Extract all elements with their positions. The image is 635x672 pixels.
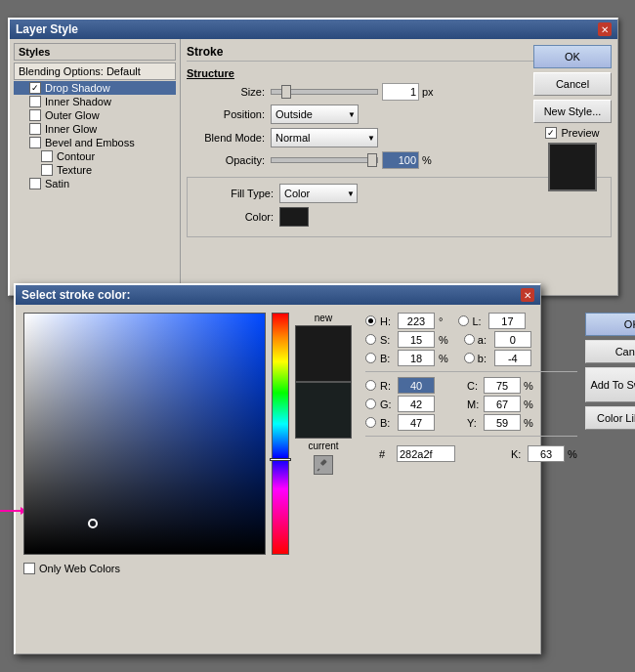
cp-ok-button[interactable]: OK <box>585 313 635 336</box>
preview-checkbox[interactable] <box>545 127 557 139</box>
svg-rect-0 <box>320 459 327 466</box>
blend-mode-arrow: ▼ <box>367 134 375 143</box>
texture-checkbox[interactable] <box>41 164 53 176</box>
opacity-slider[interactable] <box>271 157 378 163</box>
sidebar-item-texture[interactable]: Texture <box>14 163 176 177</box>
r-input[interactable] <box>398 377 435 394</box>
outer-glow-checkbox[interactable] <box>29 109 41 121</box>
color-libraries-button[interactable]: Color Libraries <box>585 406 635 430</box>
new-label: new <box>315 313 332 323</box>
sidebar-item-inner-shadow[interactable]: Inner Shadow <box>14 95 176 108</box>
only-web-colors-checkbox[interactable] <box>23 563 35 574</box>
s-input[interactable] <box>398 331 435 348</box>
sidebar-item-inner-glow[interactable]: Inner Glow <box>14 122 176 136</box>
color-gradient-box[interactable] <box>23 313 266 555</box>
layer-style-window: Layer Style ✕ Styles Blending Options: D… <box>8 18 618 296</box>
sidebar-blending-options[interactable]: Blending Options: Default <box>14 63 176 80</box>
fields-divider2 <box>365 436 577 437</box>
r-radio[interactable] <box>365 380 376 391</box>
size-px: px <box>422 86 434 98</box>
opacity-input[interactable] <box>382 151 419 169</box>
fill-type-label: Fill Type: <box>195 188 274 199</box>
saturation-field-row: S: % a: <box>365 331 577 348</box>
layer-style-sidebar: Styles Blending Options: Default Drop Sh… <box>10 39 181 295</box>
hex-input[interactable] <box>397 445 455 462</box>
y-input[interactable] <box>484 414 521 431</box>
satin-checkbox[interactable] <box>29 178 41 189</box>
k-input[interactable] <box>528 445 565 462</box>
g-radio[interactable] <box>365 399 376 409</box>
b-radio[interactable] <box>365 353 376 363</box>
preview-section: Preview <box>533 127 612 191</box>
l-input[interactable] <box>488 313 526 329</box>
sidebar-styles-header[interactable]: Styles <box>14 43 176 61</box>
drop-shadow-checkbox[interactable] <box>29 82 41 94</box>
only-web-colors-row: Only Web Colors <box>23 563 352 574</box>
only-web-colors-label: Only Web Colors <box>39 563 120 574</box>
blend-mode-dropdown[interactable]: Normal ▼ <box>271 128 378 147</box>
bevel-emboss-checkbox[interactable] <box>29 137 41 148</box>
layer-style-close-button[interactable]: ✕ <box>598 22 612 36</box>
add-to-swatches-button[interactable]: Add To Swatches <box>585 367 635 402</box>
color-picker-titlebar: Select stroke color: ✕ <box>16 285 540 305</box>
c-input[interactable] <box>484 377 521 394</box>
stroke-section-label: Stroke <box>187 45 223 59</box>
brightness-input[interactable] <box>398 350 435 366</box>
pink-arrow <box>0 510 25 512</box>
contour-checkbox[interactable] <box>41 150 53 162</box>
sidebar-item-contour[interactable]: Contour <box>14 149 176 163</box>
h-radio[interactable] <box>365 315 376 326</box>
color-fields-section: H: ° L: S: % a: <box>360 313 577 646</box>
g-input[interactable] <box>398 396 435 412</box>
color-label: Color: <box>195 211 274 223</box>
sidebar-item-drop-shadow[interactable]: Drop Shadow <box>14 81 176 95</box>
position-dropdown[interactable]: Outside ▼ <box>271 105 359 124</box>
color-picker-content: new current Only Web Colors <box>16 305 540 653</box>
color-picker-close-button[interactable]: ✕ <box>521 288 534 302</box>
fill-type-arrow: ▼ <box>347 189 355 198</box>
hue-section <box>272 313 289 555</box>
blue-input[interactable] <box>398 414 435 431</box>
size-input[interactable] <box>382 83 419 101</box>
cancel-button[interactable]: Cancel <box>533 72 612 96</box>
current-color-box[interactable] <box>295 382 352 439</box>
position-label: Position: <box>187 108 265 120</box>
opacity-label: Opacity: <box>187 154 265 166</box>
current-label: current <box>308 441 338 451</box>
s-radio[interactable] <box>365 334 376 345</box>
b2-radio[interactable] <box>464 353 475 363</box>
m-input[interactable] <box>484 396 521 412</box>
hue-field-row: H: ° L: <box>365 313 577 329</box>
color-picker-handle[interactable] <box>88 519 98 528</box>
sidebar-item-outer-glow[interactable]: Outer Glow <box>14 108 176 122</box>
a-radio[interactable] <box>464 334 475 345</box>
ok-button[interactable]: OK <box>533 45 612 68</box>
new-style-button[interactable]: New Style... <box>533 100 612 123</box>
stroke-color-swatch[interactable] <box>279 207 309 227</box>
position-dropdown-arrow: ▼ <box>348 110 356 119</box>
b2-input[interactable] <box>494 350 531 366</box>
fields-divider <box>365 371 577 372</box>
a-input[interactable] <box>494 331 531 348</box>
bblue-radio[interactable] <box>365 417 376 428</box>
color-preview-section: new current <box>295 313 352 555</box>
inner-glow-checkbox[interactable] <box>29 123 41 135</box>
hue-strip[interactable] <box>272 313 289 555</box>
sidebar-item-satin[interactable]: Satin <box>14 177 176 190</box>
inner-shadow-checkbox[interactable] <box>29 96 41 107</box>
sidebar-item-bevel-emboss[interactable]: Bevel and Emboss <box>14 136 176 149</box>
green-field-row: G: M: % <box>365 396 577 412</box>
h-input[interactable] <box>398 313 435 329</box>
blend-mode-label: Blend Mode: <box>187 132 265 144</box>
svg-line-1 <box>318 469 319 471</box>
layer-style-main-panel: Stroke Structure Size: px Position <box>181 39 617 295</box>
hue-indicator <box>270 458 291 461</box>
cp-cancel-button[interactable]: Cancel <box>585 340 635 363</box>
eyedropper-icon[interactable] <box>314 455 333 475</box>
gradient-and-hue: new current <box>23 313 352 555</box>
layer-style-right-buttons: OK Cancel New Style... Preview <box>533 45 612 191</box>
fill-type-dropdown[interactable]: Color ▼ <box>279 184 358 203</box>
size-slider[interactable] <box>271 89 378 95</box>
new-color-box[interactable] <box>295 325 352 382</box>
l-radio[interactable] <box>458 315 469 326</box>
